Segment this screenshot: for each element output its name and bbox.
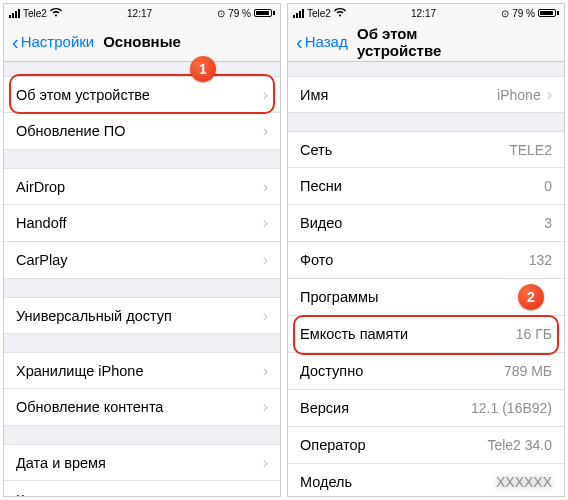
battery-pct: 79 % bbox=[228, 8, 251, 19]
chevron-right-icon: › bbox=[547, 86, 552, 104]
chevron-right-icon: › bbox=[263, 362, 268, 380]
row-name[interactable]: Имя iPhone› bbox=[288, 76, 564, 113]
row-photos: Фото 132 bbox=[288, 242, 564, 279]
carrier-label: Tele2 bbox=[307, 8, 331, 19]
back-button[interactable]: ‹ Назад bbox=[296, 32, 348, 52]
nav-bar: ‹ Настройки Основные bbox=[4, 22, 280, 62]
battery-pct: 79 % bbox=[512, 8, 535, 19]
chevron-right-icon: › bbox=[263, 251, 268, 269]
row-capacity: Емкость памяти 16 ГБ bbox=[288, 316, 564, 353]
status-bar: Tele2 12:17 ⊙ 79 % bbox=[288, 4, 564, 22]
chevron-right-icon: › bbox=[263, 122, 268, 140]
row-carrier: Оператор Tele2 34.0 bbox=[288, 427, 564, 464]
status-bar: Tele2 12:17 ⊙ 79 % bbox=[4, 4, 280, 22]
back-label: Настройки bbox=[21, 33, 95, 50]
wifi-icon bbox=[334, 8, 346, 19]
phone-left-general: Tele2 12:17 ⊙ 79 % ‹ Настройки Основные … bbox=[3, 3, 281, 497]
clock-label: 12:17 bbox=[411, 8, 436, 19]
phone-right-about: Tele2 12:17 ⊙ 79 % ‹ Назад Об этом устро… bbox=[287, 3, 565, 497]
chevron-right-icon: › bbox=[263, 307, 268, 325]
back-button[interactable]: ‹ Настройки bbox=[12, 32, 94, 52]
row-software-update[interactable]: Обновление ПО › bbox=[4, 113, 280, 150]
chevron-right-icon: › bbox=[263, 178, 268, 196]
battery-icon bbox=[538, 9, 559, 17]
battery-icon bbox=[254, 9, 275, 17]
chevron-left-icon: ‹ bbox=[12, 32, 19, 52]
row-about[interactable]: Об этом устройстве › bbox=[4, 76, 280, 113]
row-version: Версия 12.1 (16B92) bbox=[288, 390, 564, 427]
chevron-right-icon: › bbox=[263, 86, 268, 104]
alarm-icon: ⊙ bbox=[501, 8, 509, 19]
row-carplay[interactable]: CarPlay › bbox=[4, 242, 280, 279]
row-videos: Видео 3 bbox=[288, 205, 564, 242]
carrier-label: Tele2 bbox=[23, 8, 47, 19]
about-list[interactable]: Имя iPhone› Сеть TELE2 Песни 0 Видео 3 Ф… bbox=[288, 62, 564, 496]
row-iphone-storage[interactable]: Хранилище iPhone › bbox=[4, 352, 280, 389]
row-songs: Песни 0 bbox=[288, 168, 564, 205]
row-airdrop[interactable]: AirDrop › bbox=[4, 168, 280, 205]
row-network: Сеть TELE2 bbox=[288, 131, 564, 168]
row-available: Доступно 789 МБ bbox=[288, 353, 564, 390]
chevron-right-icon: › bbox=[263, 214, 268, 232]
settings-list[interactable]: Об этом устройстве › Обновление ПО › Air… bbox=[4, 62, 280, 496]
chevron-right-icon: › bbox=[263, 454, 268, 472]
chevron-right-icon: › bbox=[263, 491, 268, 497]
row-handoff[interactable]: Handoff › bbox=[4, 205, 280, 242]
row-apps: Программы bbox=[288, 279, 564, 316]
row-background-refresh[interactable]: Обновление контента › bbox=[4, 389, 280, 426]
alarm-icon: ⊙ bbox=[217, 8, 225, 19]
back-label: Назад bbox=[305, 33, 348, 50]
row-keyboard[interactable]: Клавиатура › bbox=[4, 481, 280, 496]
row-model: Модель XXXXXX bbox=[288, 464, 564, 496]
clock-label: 12:17 bbox=[127, 8, 152, 19]
wifi-icon bbox=[50, 8, 62, 19]
row-date-time[interactable]: Дата и время › bbox=[4, 444, 280, 481]
signal-icon bbox=[293, 9, 304, 18]
nav-bar: ‹ Назад Об этом устройстве bbox=[288, 22, 564, 62]
chevron-left-icon: ‹ bbox=[296, 32, 303, 52]
signal-icon bbox=[9, 9, 20, 18]
chevron-right-icon: › bbox=[263, 398, 268, 416]
page-title: Основные bbox=[103, 33, 181, 50]
page-title: Об этом устройстве bbox=[357, 25, 495, 59]
row-accessibility[interactable]: Универсальный доступ › bbox=[4, 297, 280, 334]
